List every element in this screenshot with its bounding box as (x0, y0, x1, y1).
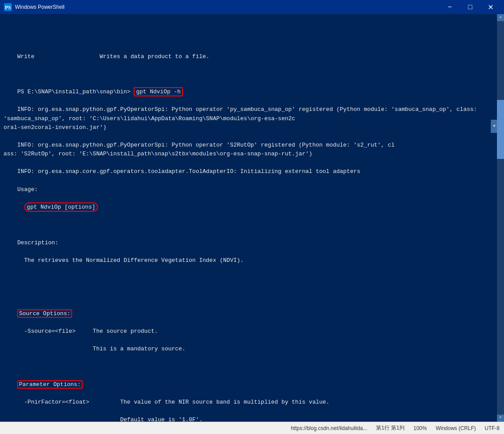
statusbar: https://blog.csdn.net/lidahuilida... 第1行… (0, 422, 504, 434)
source-option-1: -Ssource=<file> The source product. (17, 328, 158, 335)
maximize-button[interactable]: □ (460, 0, 480, 14)
scroll-up-button[interactable]: ▲ (497, 14, 504, 21)
source-option-2: This is a mandatory source. (17, 346, 185, 352)
close-button[interactable]: ✕ (480, 0, 500, 14)
side-expand-button[interactable]: ◀ (491, 120, 497, 133)
usage-label: Usage: (17, 186, 38, 193)
svg-text:PS: PS (5, 4, 11, 11)
statusbar-encoding: Windows (CRLF) (436, 425, 476, 431)
prompt: PS E:\SNAP\install_path\snap\bin> (17, 88, 134, 95)
parameter-options-label: Parameter Options: (17, 380, 82, 389)
terminal-window: Write Writes a data product to a file. P… (0, 14, 504, 422)
line-write: Write Writes a data product to a file. (17, 53, 209, 60)
window-title: Windows PowerShell (15, 4, 440, 10)
vertical-scrollbar[interactable]: ▲ ▼ (497, 14, 504, 422)
statusbar-url: https://blog.csdn.net/lidahuilida... (291, 425, 367, 431)
statusbar-position: 第1行 第1列 (376, 424, 405, 432)
scroll-track[interactable] (497, 21, 504, 415)
param-nir-factor: -PnirFactor=<float> The value of the NIR… (17, 399, 329, 405)
titlebar: PS Windows PowerShell − □ ✕ (0, 0, 504, 14)
minimize-button[interactable]: − (440, 0, 460, 14)
info-line-3: INFO: org.esa.snap.core.gpf.operators.to… (17, 168, 360, 175)
scroll-down-button[interactable]: ▼ (497, 415, 504, 422)
source-options-label: Source Options: (17, 309, 72, 318)
command-highlight: gpt NdviOp -h (134, 87, 183, 96)
terminal-content: Write Writes a data product to a file. P… (4, 43, 500, 422)
window-controls: − □ ✕ (440, 0, 500, 14)
info-line-2: INFO: org.esa.snap.python.gpf.PyOperator… (4, 142, 394, 157)
statusbar-charset: UTF-8 (485, 425, 500, 431)
usage-command-highlight: gpt NdviOp [options] (24, 202, 98, 212)
usage-line (17, 204, 24, 210)
param-nir-factor-default: Default value is '1.0F'. (17, 416, 202, 422)
info-line-1: INFO: org.esa.snap.python.gpf.PyOperator… (4, 106, 480, 130)
description-label: Description: (17, 239, 58, 246)
statusbar-zoom: 100% (413, 425, 427, 431)
app-icon: PS (4, 3, 12, 11)
scroll-thumb[interactable] (497, 100, 504, 159)
description-text: The retrieves the Normalized Difference … (17, 257, 244, 264)
